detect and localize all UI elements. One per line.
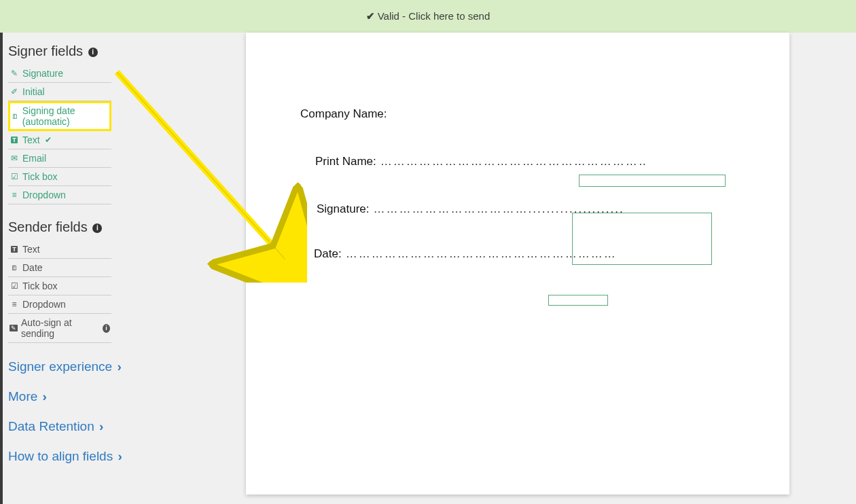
- sender-field-dropdown[interactable]: Dropdown: [8, 295, 111, 314]
- link-label: Signer experience: [8, 359, 112, 374]
- field-signature[interactable]: Signature: [8, 65, 111, 83]
- sender-field-date[interactable]: Date: [8, 259, 111, 277]
- pencil-icon: [10, 69, 19, 78]
- field-label: Email: [22, 153, 46, 164]
- dotted-line: …………………………………………………………: [380, 155, 645, 168]
- sidebar-links: Signer experience › More › Data Retentio…: [8, 359, 171, 464]
- main-layout: Signer fields i Signature Initial Signin…: [0, 33, 856, 504]
- sidebar: Signer fields i Signature Initial Signin…: [3, 33, 179, 504]
- check-icon: ✔: [366, 10, 375, 22]
- document-area: Company Name: Print Name: ………………………………………: [179, 33, 856, 504]
- field-text[interactable]: Text ✔: [8, 131, 111, 149]
- link-label: Data Retention: [8, 419, 94, 433]
- link-more[interactable]: More ›: [8, 389, 171, 404]
- text-icon: [10, 246, 19, 253]
- field-tickbox[interactable]: Tick box: [8, 168, 111, 186]
- field-label: Text: [22, 134, 40, 145]
- mail-icon: [10, 154, 19, 163]
- link-label: More: [8, 389, 37, 403]
- signature-label: Signature:: [317, 202, 370, 216]
- sender-field-list: Text Date Tick box Dropdown Auto-sign at…: [8, 240, 111, 343]
- chevron-right-icon: ›: [99, 419, 103, 433]
- chevron-right-icon: ›: [43, 389, 47, 403]
- placed-field-signature[interactable]: [572, 213, 712, 265]
- date-label: Date:: [314, 247, 342, 261]
- field-label: Auto-sign at sending: [21, 317, 95, 339]
- checkbox-icon: [10, 281, 19, 291]
- print-name-label: Print Name:: [315, 155, 376, 168]
- signer-field-list: Signature Initial Signing date (automati…: [8, 65, 111, 204]
- field-email[interactable]: Email: [8, 149, 111, 168]
- row-company: Company Name:: [300, 107, 735, 121]
- link-signer-experience[interactable]: Signer experience ›: [8, 359, 171, 374]
- chevron-right-icon: ›: [118, 449, 122, 463]
- field-signing-date[interactable]: Signing date (automatic): [8, 101, 111, 131]
- field-label: Initial: [22, 86, 45, 97]
- list-icon: [10, 190, 19, 200]
- link-data-retention[interactable]: Data Retention ›: [8, 419, 171, 434]
- calendar-icon: [10, 264, 19, 272]
- info-icon[interactable]: i: [92, 223, 102, 233]
- field-label: Text: [22, 244, 40, 255]
- sender-field-autosign[interactable]: Auto-sign at sending i: [8, 314, 111, 343]
- field-label: Tick box: [22, 171, 58, 182]
- autosign-icon: [10, 325, 18, 331]
- field-label: Dropdown: [22, 190, 66, 200]
- banner-text: Valid - Click here to send: [378, 10, 491, 22]
- field-label: Date: [22, 262, 43, 273]
- link-how-to-align[interactable]: How to align fields ›: [8, 449, 171, 464]
- edit-icon: [10, 87, 19, 96]
- validity-banner[interactable]: ✔Valid - Click here to send: [0, 0, 856, 33]
- text-icon: [10, 137, 19, 143]
- info-icon[interactable]: i: [88, 48, 98, 57]
- sender-fields-title-text: Sender fields: [8, 219, 88, 234]
- checkmark-icon: ✔: [45, 135, 52, 145]
- document-page[interactable]: Company Name: Print Name: ………………………………………: [246, 33, 789, 494]
- sender-fields-title: Sender fields i: [8, 219, 171, 235]
- sender-field-tickbox[interactable]: Tick box: [8, 277, 111, 295]
- placed-field-print-name[interactable]: [579, 175, 726, 187]
- field-label: Tick box: [22, 281, 58, 291]
- signer-fields-title: Signer fields i: [8, 43, 171, 59]
- info-icon[interactable]: i: [103, 324, 110, 333]
- company-label: Company Name:: [300, 107, 387, 120]
- checkbox-icon: [10, 172, 19, 181]
- chevron-right-icon: ›: [117, 359, 121, 374]
- placed-field-date[interactable]: [548, 295, 608, 306]
- calendar-icon: [11, 113, 19, 120]
- signer-fields-title-text: Signer fields: [8, 43, 83, 58]
- field-label: Dropdown: [22, 299, 66, 310]
- field-label: Signing date (automatic): [22, 105, 109, 127]
- link-label: How to align fields: [8, 449, 113, 463]
- list-icon: [10, 300, 19, 309]
- field-dropdown[interactable]: Dropdown: [8, 186, 111, 204]
- sender-field-text[interactable]: Text: [8, 240, 111, 259]
- field-initial[interactable]: Initial: [8, 83, 111, 101]
- row-print-name: Print Name: …………………………………………………………: [315, 155, 735, 168]
- field-label: Signature: [22, 68, 63, 79]
